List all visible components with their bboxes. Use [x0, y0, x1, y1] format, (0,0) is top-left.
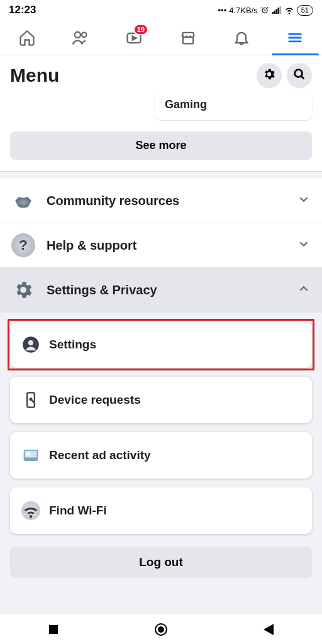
- person-circle-icon: [21, 335, 40, 354]
- item-label: Settings: [49, 338, 96, 352]
- tab-home[interactable]: [0, 20, 53, 55]
- svg-rect-1: [272, 12, 273, 14]
- logout-button[interactable]: Log out: [10, 547, 312, 578]
- nav-recent[interactable]: [41, 625, 66, 634]
- tab-menu[interactable]: [269, 20, 322, 55]
- item-label: Device requests: [49, 393, 141, 407]
- status-time: 12:23: [9, 4, 36, 16]
- item-recent-ad-activity[interactable]: Recent ad activity: [10, 432, 312, 479]
- svg-text:?: ?: [19, 236, 28, 253]
- row-label: Settings & Privacy: [47, 283, 286, 297]
- gear-icon: [11, 278, 35, 302]
- handshake-icon: [11, 189, 35, 213]
- gear-icon: [262, 67, 276, 84]
- wifi-icon: [284, 5, 294, 15]
- net-speed: 4.7KB/s: [229, 6, 258, 15]
- divider: [0, 171, 322, 179]
- alarm-icon: [260, 6, 269, 14]
- svg-rect-2: [274, 11, 275, 14]
- top-tab-bar: 19: [0, 20, 322, 55]
- shortcut-row: Gaming: [0, 89, 322, 131]
- nav-back[interactable]: [256, 624, 281, 635]
- android-nav-bar: [0, 614, 322, 644]
- nav-home[interactable]: [148, 623, 174, 636]
- search-button[interactable]: [287, 63, 312, 88]
- row-label: Help & support: [47, 238, 286, 253]
- battery-level: 51: [297, 5, 313, 16]
- page-header: Menu: [0, 55, 322, 89]
- signal-icon: [272, 6, 282, 14]
- status-bar: 12:23 ••• 4.7KB/s 51: [0, 0, 322, 20]
- shortcut-label: Gaming: [165, 98, 207, 111]
- chevron-down-icon: [297, 237, 311, 253]
- row-community-resources[interactable]: Community resources: [0, 179, 322, 223]
- chevron-up-icon: [297, 282, 311, 298]
- more-indicator: •••: [218, 6, 227, 15]
- row-label: Community resources: [47, 194, 286, 208]
- svg-rect-20: [25, 458, 38, 461]
- item-device-requests[interactable]: Device requests: [10, 377, 312, 423]
- svg-rect-21: [26, 452, 30, 455]
- shortcut-gaming[interactable]: Gaming: [155, 89, 312, 120]
- settings-privacy-items: Settings Device requests Recent ad activ…: [0, 313, 322, 534]
- item-find-wifi[interactable]: Find Wi-Fi: [10, 487, 312, 534]
- help-icon: ?: [11, 233, 35, 257]
- svg-line-13: [301, 76, 304, 79]
- item-settings[interactable]: Settings: [10, 321, 312, 368]
- ad-activity-icon: [21, 446, 40, 465]
- status-right: ••• 4.7KB/s 51: [218, 5, 313, 16]
- svg-point-12: [295, 70, 303, 77]
- tab-watch[interactable]: 19: [108, 20, 161, 55]
- svg-rect-3: [275, 9, 277, 14]
- tab-friends[interactable]: [53, 20, 107, 55]
- settings-gear-button[interactable]: [257, 63, 282, 88]
- svg-point-16: [28, 340, 33, 345]
- item-label: Recent ad activity: [49, 448, 151, 462]
- phone-key-icon: [21, 391, 40, 409]
- tab-notifications[interactable]: [214, 20, 268, 55]
- wifi-icon: [21, 501, 40, 520]
- content-area: Gaming See more Community resources ? He…: [0, 89, 322, 614]
- see-more-button[interactable]: See more: [10, 131, 312, 160]
- search-icon: [292, 67, 306, 84]
- tab-marketplace[interactable]: [161, 20, 214, 55]
- chevron-down-icon: [297, 192, 311, 209]
- row-help-support[interactable]: ? Help & support: [0, 223, 322, 268]
- svg-rect-4: [277, 8, 279, 14]
- page-title: Menu: [10, 65, 59, 86]
- item-label: Find Wi-Fi: [49, 504, 107, 518]
- svg-rect-5: [279, 6, 280, 14]
- svg-point-7: [82, 32, 86, 36]
- row-settings-privacy[interactable]: Settings & Privacy: [0, 268, 322, 313]
- watch-badge: 19: [133, 24, 148, 35]
- svg-point-6: [75, 31, 80, 37]
